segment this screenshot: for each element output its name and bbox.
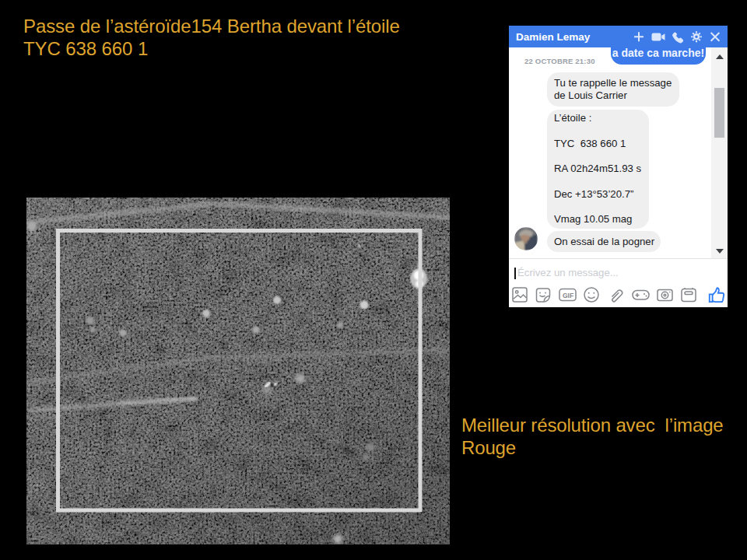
svg-text:GIF: GIF — [563, 292, 573, 299]
